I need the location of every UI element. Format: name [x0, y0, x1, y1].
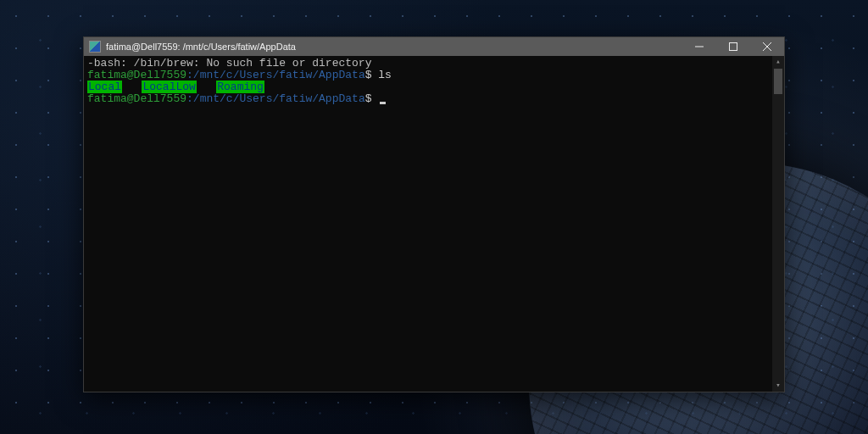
- prompt-symbol: $: [365, 92, 372, 105]
- prompt-symbol: $: [365, 69, 372, 81]
- path-sep: :: [186, 69, 193, 81]
- scrollbar[interactable]: ▴ ▾: [772, 56, 784, 392]
- prompt-line-1: fatima@Dell7559:/mnt/c/Users/fatiw/AppDa…: [87, 70, 781, 81]
- scroll-up-arrow[interactable]: ▴: [772, 56, 784, 68]
- terminal-body[interactable]: -bash: /bin/brew: No such file or direct…: [84, 56, 784, 392]
- titlebar[interactable]: fatima@Dell7559: /mnt/c/Users/fatiw/AppD…: [84, 37, 784, 56]
- prompt-line-2: fatima@Dell7559:/mnt/c/Users/fatiw/AppDa…: [87, 93, 781, 105]
- window-title: fatima@Dell7559: /mnt/c/Users/fatiw/AppD…: [106, 37, 682, 56]
- user-host: fatima@Dell7559: [87, 92, 186, 105]
- dir-entry: Local: [87, 81, 122, 93]
- maximize-button[interactable]: [716, 37, 750, 56]
- user-host: fatima@Dell7559: [87, 69, 186, 81]
- minimize-button[interactable]: [682, 37, 716, 56]
- terminal-window: fatima@Dell7559: /mnt/c/Users/fatiw/AppD…: [83, 36, 785, 392]
- cwd-path: /mnt/c/Users/fatiw/AppData: [193, 69, 365, 81]
- app-icon: [89, 41, 101, 53]
- scrollbar-thumb[interactable]: [774, 69, 782, 94]
- cursor: [380, 102, 386, 104]
- close-icon: [763, 42, 771, 51]
- cwd-path: /mnt/c/Users/fatiw/AppData: [193, 92, 365, 105]
- close-button[interactable]: [750, 37, 784, 56]
- dir-entry: Roaming: [216, 81, 264, 93]
- path-sep: :: [186, 92, 193, 105]
- svg-rect-1: [730, 43, 737, 51]
- command-text: ls: [378, 69, 392, 81]
- minimize-icon: [695, 42, 704, 51]
- dir-entry: LocalLow: [142, 81, 196, 93]
- maximize-icon: [729, 42, 737, 51]
- window-controls: [682, 37, 784, 56]
- ls-output-line: Local LocalLow Roaming: [87, 81, 781, 93]
- error-line: -bash: /bin/brew: No such file or direct…: [87, 58, 781, 70]
- scroll-down-arrow[interactable]: ▾: [772, 380, 784, 392]
